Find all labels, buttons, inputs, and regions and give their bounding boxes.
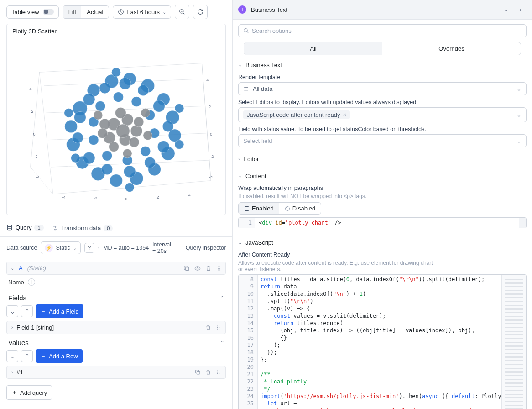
search-options-input[interactable]: Search options bbox=[238, 24, 527, 37]
svg-text:0: 0 bbox=[33, 132, 36, 136]
copy-icon[interactable] bbox=[195, 369, 201, 375]
panel-options-dropdown[interactable]: ⌄ bbox=[500, 4, 512, 16]
content-editor[interactable]: 1 <div id="plotly-chart" /> bbox=[238, 217, 527, 228]
svg-point-92 bbox=[217, 325, 218, 326]
svg-point-93 bbox=[219, 325, 219, 326]
svg-point-87 bbox=[219, 266, 220, 267]
add-field-button[interactable]: ＋Add a Field bbox=[36, 304, 83, 318]
collapse-all-button[interactable]: ⌄ bbox=[6, 350, 18, 362]
refresh-button[interactable] bbox=[193, 5, 208, 19]
svg-point-26 bbox=[138, 85, 149, 96]
chevron-up-icon[interactable]: ⌃ bbox=[220, 295, 224, 300]
svg-point-22 bbox=[65, 120, 78, 133]
svg-point-30 bbox=[145, 157, 156, 168]
add-row-button[interactable]: ＋Add a Row bbox=[36, 349, 83, 363]
javascript-editor[interactable]: 89101112131415161718192021222324252627 c… bbox=[238, 274, 527, 409]
tab-all[interactable]: All bbox=[244, 42, 382, 55]
eye-icon[interactable] bbox=[194, 265, 201, 272]
datasource-help[interactable]: ? bbox=[84, 243, 94, 253]
query-inspector-link[interactable]: Query inspector bbox=[186, 245, 226, 251]
section-content[interactable]: ⌄Content bbox=[238, 171, 527, 181]
svg-point-103 bbox=[217, 373, 218, 374]
query-row-header[interactable]: ⌄ A (Static) bbox=[6, 262, 226, 275]
svg-point-36 bbox=[95, 101, 105, 111]
svg-rect-84 bbox=[186, 267, 189, 270]
chevron-up-icon[interactable]: ⌃ bbox=[220, 340, 224, 345]
tab-query[interactable]: Query 1 bbox=[6, 224, 44, 236]
section-business-text[interactable]: ⌄Business Text bbox=[238, 60, 527, 70]
fill-actual-segment: Fill Actual bbox=[63, 5, 110, 19]
js-subtitle: After Content Ready bbox=[238, 248, 527, 260]
drag-icon[interactable] bbox=[216, 369, 221, 375]
chip-label: JavaScript code after content ready bbox=[247, 111, 340, 118]
drag-icon[interactable] bbox=[216, 325, 221, 330]
status-field-select[interactable]: Select field ⌄ bbox=[238, 134, 527, 147]
datasource-picker[interactable]: ⚡ Static ⌄ bbox=[41, 241, 80, 254]
trash-icon[interactable] bbox=[205, 265, 212, 272]
trash-icon[interactable] bbox=[205, 325, 211, 330]
tab-overrides[interactable]: Overrides bbox=[382, 42, 521, 55]
chip-remove[interactable]: × bbox=[343, 111, 347, 118]
editors-select[interactable]: JavaScript code after content ready× ⌄ bbox=[238, 107, 527, 122]
svg-point-67 bbox=[141, 108, 150, 117]
svg-point-97 bbox=[219, 329, 219, 330]
svg-point-65 bbox=[143, 131, 152, 140]
row-name: #1 bbox=[16, 369, 23, 376]
expand-all-button[interactable]: ⌃ bbox=[21, 350, 33, 362]
svg-point-57 bbox=[99, 119, 110, 130]
wrap-enabled[interactable]: Enabled bbox=[239, 203, 279, 214]
field-row[interactable]: ›Field 1 [string] bbox=[6, 321, 226, 334]
transform-badge: 0 bbox=[104, 225, 113, 231]
tab-transform[interactable]: Transform data 0 bbox=[52, 224, 113, 236]
expand-all-button[interactable]: ⌃ bbox=[21, 305, 33, 317]
tab-query-label: Query bbox=[16, 224, 31, 231]
section-editor[interactable]: ›Editor bbox=[238, 154, 527, 164]
table-view-toggle[interactable]: Table view bbox=[6, 5, 59, 19]
svg-point-104 bbox=[219, 373, 219, 374]
collapse-panel-button[interactable]: › bbox=[515, 4, 527, 16]
svg-point-95 bbox=[219, 327, 219, 328]
info-icon[interactable]: i bbox=[28, 278, 35, 286]
add-query-button[interactable]: ＋Add query bbox=[6, 385, 52, 400]
editors-label: Select Editors to display. Editors with … bbox=[238, 95, 527, 107]
svg-point-99 bbox=[217, 370, 218, 371]
svg-text:-4: -4 bbox=[36, 175, 39, 179]
value-row[interactable]: ›#1 bbox=[6, 366, 226, 379]
js-help: Allows to execute code after content is … bbox=[238, 260, 527, 266]
svg-point-31 bbox=[124, 166, 136, 178]
time-range-picker[interactable]: Last 6 hours ⌄ bbox=[113, 5, 171, 19]
svg-point-105 bbox=[244, 29, 248, 32]
render-template-select[interactable]: All data ⌄ bbox=[238, 82, 527, 95]
copy-icon[interactable] bbox=[183, 265, 190, 272]
actual-option[interactable]: Actual bbox=[81, 6, 109, 18]
search-icon bbox=[243, 28, 249, 34]
svg-rect-106 bbox=[245, 206, 249, 210]
zoom-out-button[interactable] bbox=[175, 5, 189, 19]
svg-point-27 bbox=[153, 100, 165, 112]
svg-text:0: 0 bbox=[210, 132, 212, 136]
svg-point-29 bbox=[158, 141, 170, 153]
svg-point-43 bbox=[102, 151, 112, 161]
svg-point-90 bbox=[218, 269, 219, 270]
section-javascript[interactable]: ⌄JavaScript bbox=[238, 237, 527, 248]
drag-icon[interactable] bbox=[216, 265, 222, 272]
svg-text:-2: -2 bbox=[94, 196, 97, 200]
svg-point-49 bbox=[71, 153, 80, 163]
trash-icon[interactable] bbox=[205, 369, 211, 375]
svg-point-35 bbox=[74, 111, 86, 123]
plugin-name[interactable]: Business Text bbox=[251, 6, 287, 13]
add-field-label: Add a Field bbox=[49, 308, 79, 315]
fill-option[interactable]: Fill bbox=[63, 6, 82, 18]
field-name: Field 1 [string] bbox=[16, 324, 54, 331]
wrap-label: Wrap automatically in paragraphs bbox=[238, 181, 527, 193]
svg-text:2: 2 bbox=[157, 195, 159, 199]
svg-text:4: 4 bbox=[206, 78, 209, 82]
datasource-name: Static bbox=[56, 245, 70, 251]
svg-point-60 bbox=[129, 137, 139, 147]
collapse-all-button[interactable]: ⌄ bbox=[6, 305, 18, 317]
chart-3d-scatter[interactable]: 420-2-4 -4-2024 420-2-4 bbox=[12, 37, 220, 211]
wrap-disabled[interactable]: Disabled bbox=[279, 203, 321, 214]
svg-point-28 bbox=[162, 121, 173, 132]
section-title: Content bbox=[245, 173, 266, 179]
svg-text:4: 4 bbox=[188, 193, 191, 197]
